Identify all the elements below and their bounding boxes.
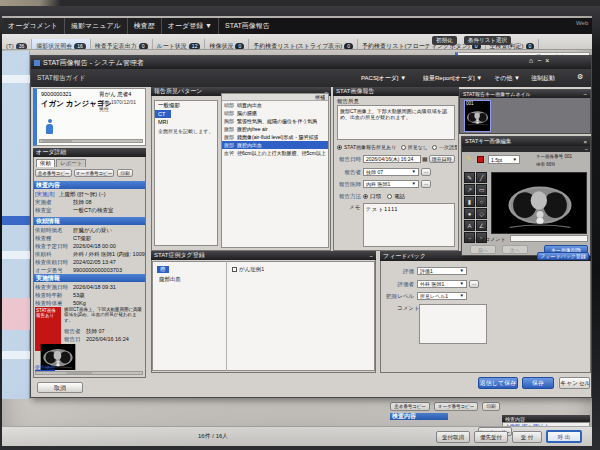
wrench-icon[interactable]: ⚙ [577, 73, 583, 81]
collapse-icon[interactable]: − [369, 253, 373, 259]
menu-item-order-register[interactable]: オーダ登録 ▼ [162, 18, 219, 34]
finding-row[interactable]: 頭部脳の腫瘍 [222, 109, 328, 117]
tool-polygon-icon[interactable]: ◇ [476, 208, 487, 219]
collapse-icon[interactable]: − [585, 146, 588, 152]
modality-item-selected[interactable]: CT [155, 110, 171, 118]
tool-rect-filled-icon[interactable]: ▮ [464, 196, 475, 207]
doctor-select[interactable]: 内科 医師1▼ [363, 180, 419, 188]
feedback-level-select[interactable]: 所見レベル1▼ [417, 292, 467, 300]
order-tab-request[interactable]: 依頼 [36, 159, 55, 167]
report-datetime-input[interactable]: 2026/04/16(木) 16:24 [363, 155, 421, 163]
close-icon[interactable]: × [583, 139, 587, 145]
tool-arrow-icon[interactable]: ↗ [464, 184, 475, 195]
reply-save-button[interactable]: 返信して保存 [478, 377, 518, 389]
modality-item[interactable]: MRI [155, 118, 217, 126]
radio-finding-present[interactable]: STAT画像報告所見あり [337, 144, 396, 150]
modality-item[interactable]: 一般撮影 [155, 101, 217, 110]
print-button[interactable]: 印刷 [117, 169, 133, 177]
editor-canvas[interactable] [491, 172, 587, 234]
feedback-register-button[interactable]: フィードバック登録 [537, 252, 589, 260]
collapse-icon[interactable]: − [583, 91, 587, 97]
finding-row[interactable]: 腹部腹腔内free air [222, 125, 328, 133]
bg-copy-order-button[interactable]: オーダ番号コピー [434, 402, 478, 411]
tab-partial[interactable]: (T)36 [2, 39, 32, 50]
pen-icon[interactable]: ✎ [466, 155, 472, 163]
evaluator-more-button[interactable]: ... [469, 280, 479, 288]
close-icon[interactable]: × [545, 57, 549, 64]
guide-tab[interactable]: STAT報告ガイド [37, 74, 86, 83]
order-cancel-button[interactable]: 取消 [37, 382, 83, 393]
tool-pen-icon[interactable]: ✎ [464, 172, 475, 183]
cancel-receipt-button[interactable]: 受付取消 [436, 431, 470, 443]
editor-title-bar[interactable]: STATキー画像編集× [462, 137, 590, 146]
next-button[interactable]: 次へ [502, 245, 528, 254]
pen-color-swatch[interactable] [477, 156, 484, 163]
memo-textarea[interactable]: テスト1111 [363, 203, 455, 247]
tab-reserve-stripe[interactable]: 予約検査リスト(ストライプ表示)0 [249, 39, 358, 50]
call-button[interactable]: 呼 出 [546, 430, 582, 443]
tag-item[interactable]: 腹部出血 [159, 276, 181, 283]
tool-ellipse-filled-icon[interactable]: ● [464, 208, 475, 219]
finding-row-selected[interactable]: 腹部腹腔内出血 [222, 141, 328, 149]
tab-schedule-output[interactable]: 検査予定表出力0 [91, 39, 153, 50]
tag-checkbox-item[interactable]: がん症例1 [232, 266, 264, 273]
menu-item-manual[interactable]: 撮影マニュアル [65, 18, 128, 34]
tool-rect-icon[interactable]: ▭ [476, 184, 487, 195]
tag-item-selected[interactable]: 癌 [157, 266, 169, 273]
order-tab-report[interactable]: レポート [56, 159, 86, 167]
key-thumbnail-item[interactable]: 001 [464, 100, 491, 132]
tool-angle-icon[interactable]: ∠ [476, 220, 487, 231]
receipt-button[interactable]: 受 付 [512, 431, 542, 443]
tab-shooting-status[interactable]: 撮影状況照会16 [32, 39, 91, 50]
others-button[interactable]: その他 ▼ [494, 74, 520, 83]
finding-row[interactable]: 腹部鏡面像(air-fluid level)形成・腸管拡張 [222, 133, 328, 141]
used-items-link[interactable]: 使用物品 [35, 364, 55, 370]
calendar-icon[interactable]: ▦ [422, 155, 428, 163]
condition-list-button[interactable]: 条件リスト選択 [464, 36, 511, 45]
menu-item-history[interactable]: 検査歴 [128, 18, 162, 34]
bg-copy-patient-button[interactable]: 患者番号コピー [390, 402, 430, 411]
finding-textarea[interactable]: 腹部CT画像上、下部大動脈周囲に高吸収域を認め、出血の所見が疑われます。 [337, 105, 455, 140]
radio-method-phone[interactable]: 電話 [387, 192, 405, 200]
worklist-row [2, 75, 30, 83]
menu-item-order-comment[interactable]: オーダコメント [2, 18, 65, 34]
dose-report-button[interactable]: 線量Report[オーダ] ▼ [423, 74, 482, 83]
copy-order-id-button[interactable]: オーダ番号コピー [74, 169, 114, 177]
dialog-title-bar[interactable]: STAT画像報告 - システム管理者 [31, 56, 591, 69]
tab-qa-status[interactable]: 検像状況0 [205, 39, 249, 50]
radio-no-finding[interactable]: 所見なし [401, 144, 428, 150]
reporter-select[interactable]: 技師 07▼ [363, 168, 419, 176]
tool-text-icon[interactable]: A [464, 220, 475, 231]
bg-print-button[interactable]: 印刷 [482, 402, 500, 411]
reporter-more-button[interactable]: ... [421, 168, 431, 176]
radio-method-oral[interactable]: 口頭 [363, 192, 381, 200]
save-button[interactable]: 保存 [522, 377, 554, 389]
cancel-button[interactable]: キャンセル [559, 377, 590, 389]
copy-patient-id-button[interactable]: 患者番号コピー [35, 169, 72, 177]
minimize-icon[interactable]: − [537, 57, 541, 64]
key-thumbnail-header: STAT報告キー画像サムネイル− [460, 90, 590, 98]
priority-receipt-button[interactable]: 優先受付 [474, 431, 508, 443]
launch-button[interactable]: 強制起動 [531, 74, 555, 83]
radio-primary-reading[interactable]: 一次読影 [432, 144, 457, 150]
menu-item-stat-report[interactable]: STAT画像報告 [219, 18, 276, 34]
now-datetime-button[interactable]: 現在日時 [429, 155, 455, 163]
feedback-comment-textarea[interactable] [419, 304, 487, 344]
tool-line-icon[interactable]: ╱ [476, 172, 487, 183]
finding-row[interactable]: 胸部緊張性気胸、縦隔の偏位を伴う気胸 [222, 117, 328, 125]
home-icon[interactable]: ⌂ [529, 57, 533, 64]
pen-size-select[interactable]: 1.5pt▼ [488, 155, 520, 164]
prev-button[interactable]: 前へ [470, 245, 496, 254]
init-button[interactable]: 初期化 [432, 36, 457, 45]
feedback-evaluator-select[interactable]: 外科 医師1▼ [417, 280, 467, 288]
tab-route-status[interactable]: ルート状況12 [153, 39, 206, 50]
tool-ellipse-icon[interactable]: ○ [476, 196, 487, 207]
pacs-button[interactable]: PACS[オーダ] ▼ [361, 74, 406, 83]
key-comment-input[interactable] [510, 235, 588, 242]
feedback-rating-select[interactable]: 評価1▼ [417, 267, 467, 275]
patient-card-scrollbar[interactable] [39, 139, 143, 143]
order-panel-scrollbar[interactable] [35, 371, 143, 375]
finding-row[interactable]: 頭部頭蓋内出血 [222, 101, 328, 109]
doctor-more-button[interactable]: ... [421, 180, 431, 188]
finding-row[interactable]: 血管径6cm以上の上行大動脈瘤、径5cm以上の下行大動脈瘤 [222, 149, 328, 157]
